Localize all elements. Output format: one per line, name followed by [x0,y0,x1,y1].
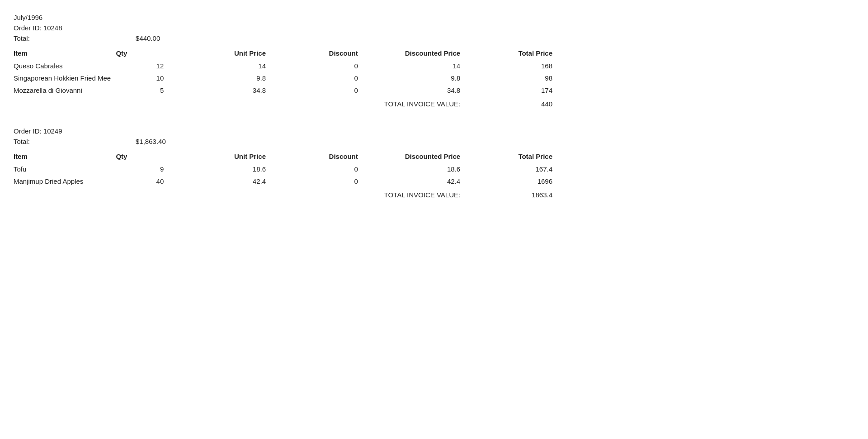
item-total-price: 98 [464,72,556,84]
invoice-empty-1 [14,187,116,201]
item-name: Tofu [14,163,116,175]
col-header-discounted_price: Discounted Price [362,47,464,60]
total-invoice-row: TOTAL INVOICE VALUE:440 [14,96,556,110]
item-discount: 0 [269,175,362,187]
invoice-label: TOTAL INVOICE VALUE: [177,96,464,110]
table-row: Tofu918.6018.6167.4 [14,163,556,175]
item-name: Singaporean Hokkien Fried Mee [14,72,116,84]
item-name: Mozzarella di Giovanni [14,84,116,96]
item-total-price: 168 [464,60,556,72]
item-qty: 10 [116,72,177,84]
report-container: July/1996 Order ID: 10248Total:$440.00It… [14,14,854,201]
col-header-discount: Discount [269,150,362,163]
col-header-discount: Discount [269,47,362,60]
item-total-price: 174 [464,84,556,96]
item-discounted-price: 9.8 [362,72,464,84]
order-section-0: Order ID: 10248Total:$440.00ItemQtyUnit … [14,24,854,123]
total-value: $440.00 [136,34,160,42]
item-discount: 0 [269,72,362,84]
item-unit-price: 9.8 [177,72,269,84]
item-total-price: 167.4 [464,163,556,175]
total-row: Total:$1,863.40 [14,138,854,145]
section-gap [14,114,854,123]
invoice-empty-1 [14,96,116,110]
col-header-qty: Qty [116,47,177,60]
item-unit-price: 18.6 [177,163,269,175]
invoice-value: 1863.4 [464,187,556,201]
item-discounted-price: 18.6 [362,163,464,175]
order-section-1: Order ID: 10249Total:$1,863.40ItemQtyUni… [14,127,854,201]
item-qty: 9 [116,163,177,175]
col-header-discounted_price: Discounted Price [362,150,464,163]
col-header-unit_price: Unit Price [177,150,269,163]
invoice-label: TOTAL INVOICE VALUE: [177,187,464,201]
col-header-unit_price: Unit Price [177,47,269,60]
order-table: ItemQtyUnit PriceDiscountDiscounted Pric… [14,150,556,201]
item-unit-price: 14 [177,60,269,72]
item-discount: 0 [269,163,362,175]
table-row: Manjimup Dried Apples4042.4042.41696 [14,175,556,187]
col-header-item: Item [14,47,116,60]
item-qty: 40 [116,175,177,187]
col-header-total_price: Total Price [464,47,556,60]
item-discounted-price: 14 [362,60,464,72]
table-row: Mozzarella di Giovanni534.8034.8174 [14,84,556,96]
table-row: Singaporean Hokkien Fried Mee109.809.898 [14,72,556,84]
item-qty: 12 [116,60,177,72]
item-discounted-price: 34.8 [362,84,464,96]
total-label: Total: [14,34,136,42]
total-row: Total:$440.00 [14,34,854,42]
invoice-value: 440 [464,96,556,110]
invoice-empty-2 [116,187,177,201]
order-id: Order ID: 10249 [14,127,854,135]
item-discounted-price: 42.4 [362,175,464,187]
item-unit-price: 34.8 [177,84,269,96]
col-header-qty: Qty [116,150,177,163]
order-id: Order ID: 10248 [14,24,854,32]
item-qty: 5 [116,84,177,96]
col-header-total_price: Total Price [464,150,556,163]
total-label: Total: [14,138,136,145]
item-unit-price: 42.4 [177,175,269,187]
total-value: $1,863.40 [136,138,166,145]
item-discount: 0 [269,84,362,96]
item-name: Queso Cabrales [14,60,116,72]
invoice-empty-2 [116,96,177,110]
table-row: Queso Cabrales1214014168 [14,60,556,72]
item-discount: 0 [269,60,362,72]
period-label: July/1996 [14,14,854,21]
order-table: ItemQtyUnit PriceDiscountDiscounted Pric… [14,47,556,110]
total-invoice-row: TOTAL INVOICE VALUE:1863.4 [14,187,556,201]
item-name: Manjimup Dried Apples [14,175,116,187]
item-total-price: 1696 [464,175,556,187]
col-header-item: Item [14,150,116,163]
